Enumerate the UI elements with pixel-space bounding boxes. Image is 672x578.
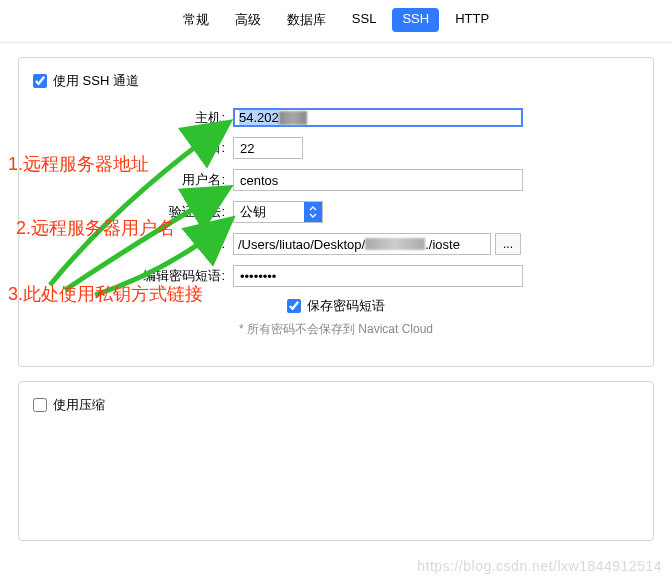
key-label: 私钥:	[33, 235, 233, 253]
tab-database[interactable]: 数据库	[277, 8, 336, 32]
use-ssh-label: 使用 SSH 通道	[53, 72, 139, 90]
host-blurred	[279, 111, 307, 125]
auth-method-value: 公钥	[234, 203, 304, 221]
save-passphrase-label: 保存密码短语	[307, 297, 385, 315]
username-input[interactable]	[233, 169, 523, 191]
private-key-input[interactable]: /Users/liutao/Desktop/./ioste	[233, 233, 491, 255]
auth-label: 验证方法:	[33, 203, 233, 221]
passphrase-label: 编辑密码短语:	[33, 267, 233, 285]
tab-general[interactable]: 常规	[173, 8, 219, 32]
tab-http[interactable]: HTTP	[445, 8, 499, 32]
cloud-note: * 所有密码不会保存到 Navicat Cloud	[33, 321, 639, 338]
tab-advanced[interactable]: 高级	[225, 8, 271, 32]
private-key-value: /Users/liutao/Desktop/	[238, 237, 365, 252]
save-passphrase-checkbox[interactable]	[287, 299, 301, 313]
watermark: https://blog.csdn.net/lxw1844912514	[417, 558, 662, 574]
host-value: 54.202	[239, 110, 279, 125]
user-label: 用户名:	[33, 171, 233, 189]
compress-panel: 使用压缩	[18, 381, 654, 541]
use-compress-label: 使用压缩	[53, 396, 105, 414]
chevron-updown-icon	[304, 202, 322, 222]
use-ssh-checkbox[interactable]	[33, 74, 47, 88]
tab-ssl[interactable]: SSL	[342, 8, 387, 32]
key-blurred	[365, 238, 425, 250]
host-label: 主机:	[33, 109, 233, 127]
host-input[interactable]: 54.202	[233, 108, 523, 127]
port-label: 端口:	[33, 139, 233, 157]
auth-method-select[interactable]: 公钥	[233, 201, 323, 223]
tab-bar: 常规 高级 数据库 SSL SSH HTTP	[0, 0, 672, 43]
tab-ssh[interactable]: SSH	[392, 8, 439, 32]
ssh-panel: 使用 SSH 通道 主机: 54.202 端口: 用户名: 验证方法: 公钥	[18, 57, 654, 367]
port-input[interactable]	[233, 137, 303, 159]
browse-key-button[interactable]: ...	[495, 233, 521, 255]
passphrase-input[interactable]	[233, 265, 523, 287]
use-compress-checkbox[interactable]	[33, 398, 47, 412]
